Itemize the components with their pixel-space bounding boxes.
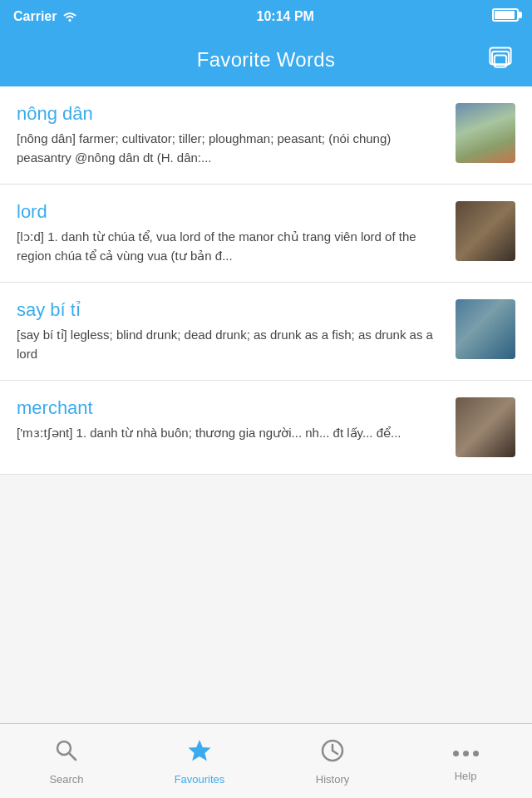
word-definition-merchant: ['mɜːtʃənt] 1. danh từ nhà buôn; thương … bbox=[17, 424, 446, 443]
more-dot-3 bbox=[473, 751, 479, 756]
time-label: 10:14 PM bbox=[257, 9, 314, 24]
svg-line-5 bbox=[69, 753, 76, 760]
word-text-merchant: merchant ['mɜːtʃənt] 1. danh từ nhà buôn… bbox=[17, 397, 446, 443]
word-image-say-bi-ti bbox=[456, 299, 515, 359]
star-icon bbox=[186, 737, 213, 770]
battery-icon bbox=[492, 8, 519, 25]
header: Favorite Words bbox=[0, 33, 532, 86]
more-dot-1 bbox=[453, 751, 459, 756]
word-item-lord[interactable]: lord [lɔːd] 1. danh từ chúa tể, vua lord… bbox=[0, 185, 532, 283]
word-definition-say-bi-ti: [say bí tỉ] legless; blind drunk; dead d… bbox=[17, 326, 446, 363]
carrier-label: Carrier bbox=[13, 9, 57, 24]
more-dot-2 bbox=[463, 751, 469, 756]
word-item-say-bi-ti[interactable]: say bí tỉ [say bí tỉ] legless; blind dru… bbox=[0, 283, 532, 381]
tab-help-label: Help bbox=[455, 770, 477, 782]
tab-favourites[interactable]: Favourites bbox=[133, 724, 266, 798]
word-title-lord: lord bbox=[17, 201, 446, 223]
word-title-merchant: merchant bbox=[17, 397, 446, 419]
tab-favourites-label: Favourites bbox=[175, 773, 225, 786]
carrier-wifi: Carrier bbox=[13, 9, 78, 24]
page-title: Favorite Words bbox=[197, 48, 335, 71]
word-image-nong-dan bbox=[456, 103, 515, 163]
word-definition-nong-dan: [nông dân] farmer; cultivator; tiller; p… bbox=[17, 130, 446, 167]
word-title-nong-dan: nông dân bbox=[17, 103, 446, 125]
word-image-merchant bbox=[456, 397, 515, 457]
word-list: nông dân [nông dân] farmer; cultivator; … bbox=[0, 86, 532, 723]
word-text-nong-dan: nông dân [nông dân] farmer; cultivator; … bbox=[17, 103, 446, 167]
wifi-icon bbox=[62, 10, 78, 23]
tab-history[interactable]: History bbox=[266, 724, 399, 798]
more-icon bbox=[453, 740, 479, 766]
word-image-lord bbox=[456, 201, 515, 261]
word-item-nong-dan[interactable]: nông dân [nông dân] farmer; cultivator; … bbox=[0, 86, 532, 185]
stacked-cards-button[interactable] bbox=[485, 43, 515, 76]
tab-history-label: History bbox=[316, 773, 349, 786]
svg-line-9 bbox=[332, 751, 337, 754]
stacked-cards-icon bbox=[485, 43, 515, 73]
tab-bar: Search Favourites History bbox=[0, 723, 532, 798]
tab-search[interactable]: Search bbox=[0, 724, 133, 798]
status-bar: Carrier 10:14 PM bbox=[0, 0, 532, 33]
word-text-lord: lord [lɔːd] 1. danh từ chúa tể, vua lord… bbox=[17, 201, 446, 265]
tab-search-label: Search bbox=[49, 773, 83, 786]
word-item-merchant[interactable]: merchant ['mɜːtʃənt] 1. danh từ nhà buôn… bbox=[0, 381, 532, 475]
search-icon bbox=[53, 737, 80, 770]
word-title-say-bi-ti: say bí tỉ bbox=[17, 299, 446, 321]
svg-marker-6 bbox=[189, 740, 211, 761]
clock-icon bbox=[319, 737, 346, 770]
svg-point-0 bbox=[69, 19, 71, 22]
tab-help[interactable]: Help bbox=[399, 724, 532, 798]
word-text-say-bi-ti: say bí tỉ [say bí tỉ] legless; blind dru… bbox=[17, 299, 446, 363]
word-definition-lord: [lɔːd] 1. danh từ chúa tể, vua lord of t… bbox=[17, 228, 446, 265]
